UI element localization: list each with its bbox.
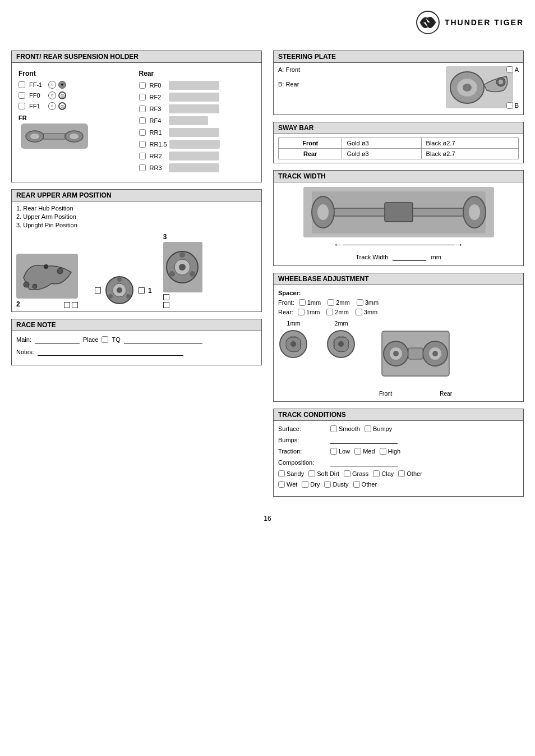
sway-rear-black: Black ø2.7 bbox=[421, 149, 518, 159]
rr3-checkbox[interactable] bbox=[139, 164, 146, 171]
tc-smooth-checkbox[interactable] bbox=[330, 425, 337, 432]
wb-rear-1mm-label: 1mm bbox=[306, 309, 320, 315]
wb-front-2mm: 2mm bbox=[328, 299, 349, 306]
arm-num-2: 2 bbox=[16, 300, 20, 308]
tc-bumpy-item: Bumpy bbox=[365, 425, 392, 432]
rf0-item: RF0 bbox=[139, 81, 255, 90]
page-number: 16 bbox=[11, 515, 524, 523]
rf3-label: RF3 bbox=[150, 106, 167, 112]
wb-rear-2mm-check[interactable] bbox=[326, 309, 333, 315]
svg-point-26 bbox=[499, 80, 503, 84]
wb-front-3mm: 3mm bbox=[357, 299, 379, 306]
track-width-row: Track Width mm bbox=[278, 253, 519, 261]
tc-dusty-checkbox[interactable] bbox=[324, 481, 331, 488]
ff0-checkbox[interactable] bbox=[19, 92, 25, 99]
arrow-right: → bbox=[455, 240, 464, 250]
thunder-tiger-logo-icon bbox=[416, 10, 440, 35]
fr-image bbox=[21, 123, 88, 149]
tc-softdirt-checkbox[interactable] bbox=[308, 470, 315, 477]
race-note-section: RACE NOTE Main: Place TQ Notes: bbox=[11, 319, 262, 365]
place-checkbox[interactable] bbox=[102, 336, 108, 343]
rf3-checkbox[interactable] bbox=[139, 106, 146, 112]
tc-other1-checkbox[interactable] bbox=[398, 470, 405, 477]
tc-high-checkbox[interactable] bbox=[380, 448, 386, 455]
rr15-checkbox[interactable] bbox=[139, 141, 146, 148]
track-width-svg bbox=[306, 189, 491, 236]
wb-front-1mm-check[interactable] bbox=[299, 299, 306, 306]
rear-upper-arm-section: REAR UPPER ARM POSITION 1. Rear Hub Posi… bbox=[11, 189, 262, 312]
tq-label: TQ bbox=[112, 336, 120, 343]
ff1-item: FF-1 ○ ● bbox=[19, 81, 135, 89]
sway-rear-label: Rear bbox=[279, 149, 342, 159]
tc-other2-checkbox[interactable] bbox=[353, 481, 360, 488]
steer-a-label: A bbox=[515, 66, 519, 73]
sway-front-black: Black ø2.7 bbox=[421, 138, 518, 149]
main-label: Main: bbox=[16, 336, 31, 343]
tc-bumps-field[interactable] bbox=[330, 436, 398, 444]
rear-arm-point2: 2. Upper Arm Position bbox=[16, 213, 257, 220]
tc-dusty-label: Dusty bbox=[333, 481, 348, 488]
track-width-label: Track Width bbox=[356, 254, 388, 260]
tc-clay-item: Clay bbox=[373, 470, 394, 477]
tc-traction-label: Traction: bbox=[278, 448, 326, 455]
svg-point-43 bbox=[393, 351, 399, 356]
wb-front-3mm-check[interactable] bbox=[357, 299, 363, 306]
wb-diagrams: 1mm 2mm bbox=[278, 320, 519, 397]
wb-main-diagram: Front Rear bbox=[379, 320, 452, 397]
tc-bumpy-checkbox[interactable] bbox=[365, 425, 371, 432]
rr2-checkbox[interactable] bbox=[139, 153, 146, 159]
ff1-circle2: ● bbox=[58, 81, 66, 89]
arm-num-1: 1 bbox=[148, 287, 152, 295]
wb-front-rear-labels: Front Rear bbox=[379, 391, 452, 397]
rf0-checkbox[interactable] bbox=[139, 82, 146, 89]
tc-composition-field[interactable] bbox=[330, 459, 398, 466]
tc-dry-checkbox[interactable] bbox=[302, 481, 308, 488]
sway-rear-row: Rear Gold ø3 Black ø2.7 bbox=[279, 149, 519, 159]
tc-other2-item: Other bbox=[353, 481, 377, 488]
tc-clay-checkbox[interactable] bbox=[373, 470, 380, 477]
tc-softdirt-item: Soft Dirt bbox=[308, 470, 339, 477]
main-field[interactable] bbox=[35, 336, 80, 343]
rr1-item: RR1 bbox=[139, 128, 255, 137]
race-notes-line: Notes: bbox=[16, 348, 257, 356]
rf4-checkbox[interactable] bbox=[139, 117, 146, 124]
rf2-item: RF2 bbox=[139, 93, 255, 102]
wb-rear-2mm: 2mm bbox=[326, 309, 348, 315]
tc-bumpy-label: Bumpy bbox=[373, 425, 392, 432]
rr15-img bbox=[169, 140, 220, 149]
wb-main-svg bbox=[379, 320, 452, 387]
steer-b-checkbox[interactable] bbox=[506, 102, 513, 109]
fr-svg bbox=[24, 125, 85, 148]
notes-field[interactable] bbox=[38, 348, 183, 356]
rr15-label: RR1.5 bbox=[150, 141, 167, 148]
ff1b-checkbox[interactable] bbox=[19, 103, 25, 109]
wb-rear-1mm-check[interactable] bbox=[298, 309, 305, 315]
rear-arm-diagrams: 2 bbox=[16, 233, 257, 308]
tc-sandy-item: Sandy bbox=[278, 470, 304, 477]
tc-sandy-checkbox[interactable] bbox=[278, 470, 285, 477]
wb-rear-2mm-label: 2mm bbox=[335, 309, 348, 315]
wb-rear-3mm-check[interactable] bbox=[356, 309, 362, 315]
track-width-field[interactable] bbox=[393, 253, 426, 261]
wb-front-2mm-check[interactable] bbox=[328, 299, 334, 306]
tc-low-checkbox[interactable] bbox=[330, 448, 337, 455]
wb-2mm-label: 2mm bbox=[334, 320, 348, 327]
tc-med-checkbox[interactable] bbox=[354, 448, 361, 455]
wb-rear-3mm: 3mm bbox=[356, 309, 377, 315]
tq-field[interactable] bbox=[124, 336, 202, 343]
rr1-checkbox[interactable] bbox=[139, 129, 146, 136]
tc-wet-checkbox[interactable] bbox=[278, 481, 285, 488]
tc-clay-label: Clay bbox=[381, 470, 394, 477]
steer-a-checkbox[interactable] bbox=[506, 66, 513, 73]
ff1-checkbox[interactable] bbox=[19, 81, 25, 88]
wb-2mm-diagram: 2mm bbox=[326, 320, 357, 361]
rr1-label: RR1 bbox=[150, 129, 167, 136]
tc-wet-label: Wet bbox=[287, 481, 297, 488]
ff0-label: FF0 bbox=[29, 92, 46, 99]
tc-grass-checkbox[interactable] bbox=[344, 470, 350, 477]
rf3-img bbox=[169, 104, 219, 113]
rr3-item: RR3 bbox=[139, 163, 255, 172]
arm-squares-3 bbox=[163, 294, 202, 308]
ff1-circle: ○ bbox=[48, 81, 56, 89]
rf2-checkbox[interactable] bbox=[139, 94, 146, 100]
